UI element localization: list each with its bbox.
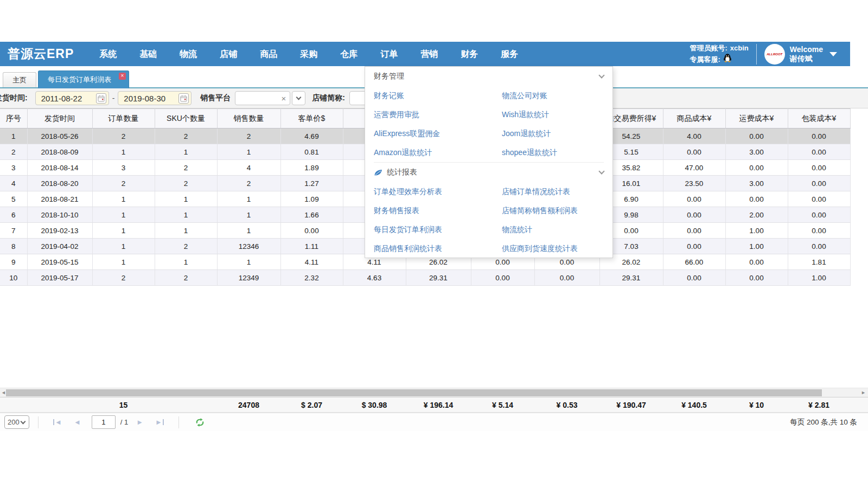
table-cell: 1 (155, 254, 217, 270)
calendar-icon[interactable] (96, 93, 106, 104)
column-header[interactable]: 销售数量 (217, 109, 280, 129)
table-cell: 1.66 (280, 207, 343, 223)
menu-item[interactable]: 店铺简称销售额利润表 (502, 201, 604, 220)
menu-section-header[interactable]: 财务管理 (374, 67, 604, 86)
table-cell: 2 (155, 160, 217, 176)
table-cell: 0.00 (663, 207, 725, 223)
column-header[interactable]: SKU个数量 (155, 109, 217, 129)
service-label: 专属客服: (690, 54, 720, 65)
date-to-input[interactable]: 2019-08-30 (118, 91, 192, 105)
shop-label: 店铺简称: (312, 93, 345, 103)
refresh-icon[interactable] (195, 418, 205, 427)
tab[interactable]: 每日发货订单利润表× (38, 70, 129, 88)
welcome-block[interactable]: Welcome 谢传斌 (790, 45, 823, 63)
chevron-down-icon (598, 168, 604, 174)
clear-icon[interactable]: × (282, 94, 286, 102)
next-page-button[interactable]: ► (136, 418, 143, 426)
table-cell: 2019-05-15 (27, 254, 92, 270)
menu-item[interactable]: Wish退款统计 (502, 105, 604, 124)
date-to-value: 2019-08-30 (124, 94, 165, 103)
tab[interactable]: 主页 (3, 72, 36, 87)
navbar-right: 管理员账号: xcbin 专属客服: (690, 42, 850, 66)
menu-item[interactable]: 物流统计 (502, 220, 604, 239)
date-from-input[interactable]: 2011-08-22 (35, 91, 109, 105)
table-cell: 1 (92, 144, 155, 160)
brand-logo-text: ALLROOT (767, 53, 782, 56)
menu-items-grid: 财务记账物流公司对账运营费用审批Wish退款统计AliExpress联盟佣金Jo… (374, 86, 604, 162)
app-screen: 普源云ERP 系统基础物流店铺商品采购仓库订单营销财务服务 管理员账号: xcb… (0, 0, 868, 488)
table-cell: 0.00 (788, 239, 850, 254)
menu-item[interactable]: 订单处理效率分析表 (374, 182, 502, 201)
nav-menu-item[interactable]: 服务 (489, 42, 529, 66)
menu-section: 财务管理财务记账物流公司对账运营费用审批Wish退款统计AliExpress联盟… (374, 67, 604, 162)
scroll-left-arrow-icon[interactable]: ◄ (1, 390, 6, 395)
table-cell: 1 (92, 191, 155, 207)
table-cell: 1 (217, 254, 280, 270)
nav-menu-item[interactable]: 物流 (168, 42, 208, 66)
first-page-button[interactable]: ◄ (53, 418, 62, 426)
menu-section-header[interactable]: 统计报表 (374, 163, 604, 182)
table-row[interactable]: 102019-05-1722123492.324.6329.310.000.00… (0, 270, 850, 286)
menu-item[interactable]: 财务记账 (374, 86, 502, 105)
page-number-input[interactable]: 1 (92, 415, 116, 429)
calendar-icon[interactable] (178, 93, 189, 104)
nav-menu-item[interactable]: 仓库 (329, 42, 369, 66)
column-header[interactable]: 序号 (0, 109, 27, 129)
page-size-select[interactable]: 200 (4, 415, 29, 429)
table-cell: 0.00 (725, 129, 788, 144)
menu-item[interactable]: 商品销售利润统计表 (374, 239, 502, 258)
table-cell: 1.09 (280, 191, 343, 207)
menu-item[interactable]: Amazon退款统计 (374, 143, 502, 162)
table-cell: 0.00 (788, 191, 850, 207)
last-page-button[interactable]: ► (155, 418, 164, 426)
nav-menu-item[interactable]: 系统 (88, 42, 128, 66)
scrollbar-thumb[interactable] (6, 389, 822, 396)
pager-separator (178, 416, 179, 428)
menu-item[interactable]: shopee退款统计 (502, 143, 604, 162)
menu-items-grid: 订单处理效率分析表店铺订单情况统计表财务销售报表店铺简称销售额利润表每日发货订单… (374, 182, 604, 258)
menu-item[interactable]: 店铺订单情况统计表 (502, 182, 604, 201)
user-menu-caret-icon[interactable] (829, 52, 837, 56)
platform-label: 销售平台 (200, 93, 231, 103)
pager-info: 每页 200 条,共 10 条 (790, 418, 864, 427)
menu-item[interactable]: AliExpress联盟佣金 (374, 124, 502, 143)
scroll-right-arrow-icon[interactable]: ► (861, 390, 866, 395)
ship-time-label: 发货时间: (0, 93, 28, 103)
finance-dropdown-menu: 财务管理财务记账物流公司对账运营费用审批Wish退款统计AliExpress联盟… (365, 66, 613, 258)
nav-menu-item[interactable]: 基础 (128, 42, 168, 66)
column-header[interactable]: 客单价$ (280, 109, 343, 129)
platform-dropdown-button[interactable] (292, 91, 305, 105)
qq-penguin-icon[interactable] (723, 53, 732, 65)
nav-menu-item[interactable]: 店铺 (208, 42, 248, 66)
table-cell: 66.00 (663, 254, 725, 270)
tab-close-icon[interactable]: × (119, 73, 126, 80)
table-cell: 1.89 (280, 160, 343, 176)
menu-item[interactable]: Joom退款统计 (502, 124, 604, 143)
column-header[interactable]: 包装成本¥ (788, 109, 850, 129)
menu-item[interactable]: 财务销售报表 (374, 201, 502, 220)
column-header[interactable]: 商品成本¥ (663, 109, 725, 129)
table-cell: 2018-05-26 (27, 129, 92, 144)
menu-item[interactable]: 供应商到货速度统计表 (502, 239, 604, 258)
total-pages-label: / 1 (120, 418, 128, 426)
nav-menu-item[interactable]: 营销 (409, 42, 449, 66)
column-header[interactable]: 运费成本¥ (725, 109, 788, 129)
table-cell: 2 (92, 129, 155, 144)
menu-item[interactable]: 物流公司对账 (502, 86, 604, 105)
column-header[interactable]: 发货时间 (27, 109, 92, 129)
table-cell: 0.00 (663, 144, 725, 160)
table-cell: 1 (155, 191, 217, 207)
platform-input[interactable]: × (235, 91, 290, 105)
horizontal-scrollbar: ◄ ► (0, 388, 868, 397)
table-cell: 0.00 (725, 191, 788, 207)
nav-menu-item[interactable]: 商品 (248, 42, 289, 66)
column-header[interactable]: 订单数量 (92, 109, 155, 129)
menu-item[interactable]: 运营费用审批 (374, 105, 502, 124)
nav-menu-item[interactable]: 采购 (289, 42, 329, 66)
table-cell: 4.11 (280, 254, 343, 270)
table-cell: 2 (155, 176, 217, 191)
nav-menu-item[interactable]: 订单 (369, 42, 409, 66)
menu-item[interactable]: 每日发货订单利润表 (374, 220, 502, 239)
prev-page-button[interactable]: ◄ (74, 418, 81, 426)
nav-menu-item[interactable]: 财务 (449, 42, 489, 66)
